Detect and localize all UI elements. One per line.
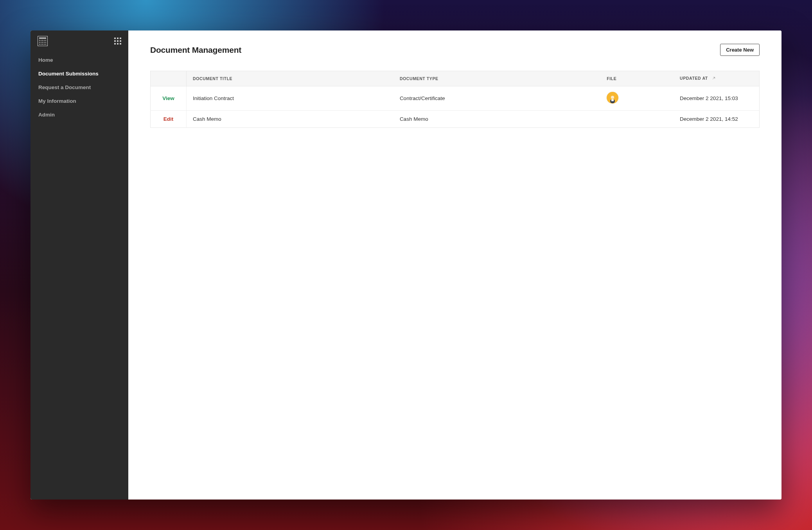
row-updated-cell: December 2 2021, 15:03 [674,86,759,111]
row-updated-cell: December 2 2021, 14:52 [674,111,759,128]
row-file-cell[interactable] [600,86,674,111]
sidebar-top [31,30,128,52]
documents-table: Document Title Document Type File Update… [150,71,760,128]
svg-point-0 [611,96,614,99]
sidebar-item-admin[interactable]: Admin [31,108,128,122]
row-type-cell: Cash Memo [393,111,600,128]
main-content: Document Management Create New Document … [128,30,781,500]
col-header-updated[interactable]: Updated At [674,71,759,86]
sidebar-item-request-document[interactable]: Request a Document [31,81,128,94]
edit-link[interactable]: Edit [163,116,174,122]
sidebar-nav: Home Document Submissions Request a Docu… [31,52,128,122]
sidebar-item-document-submissions[interactable]: Document Submissions [31,67,128,81]
row-action-cell: View [151,86,187,111]
sidebar-item-home[interactable]: Home [31,53,128,67]
create-new-button[interactable]: Create New [720,44,760,56]
page-title: Document Management [150,45,241,55]
row-action-cell: Edit [151,111,187,128]
col-header-title[interactable]: Document Title [187,71,393,86]
app-window: Home Document Submissions Request a Docu… [31,30,781,500]
row-type-cell: Contract/Certificate [393,86,600,111]
page-header: Document Management Create New [150,44,760,56]
sidebar: Home Document Submissions Request a Docu… [31,30,128,500]
row-file-cell [600,111,674,128]
view-link[interactable]: View [162,95,174,101]
sidebar-item-my-information[interactable]: My Information [31,94,128,108]
table-row: Edit Cash Memo Cash Memo December 2 2021… [151,111,760,128]
row-title-cell: Cash Memo [187,111,393,128]
app-logo-icon [38,36,48,46]
svg-rect-2 [611,99,614,101]
col-header-updated-label: Updated At [680,76,708,81]
sort-asc-icon [711,76,716,81]
table-row: View Initiation Contract Contract/Certif… [151,86,760,111]
row-title-cell: Initiation Contract [187,86,393,111]
col-header-type[interactable]: Document Type [393,71,600,86]
file-avatar-icon [607,92,618,104]
col-header-action [151,71,187,86]
col-header-file[interactable]: File [600,71,674,86]
apps-grid-icon[interactable] [114,38,121,45]
